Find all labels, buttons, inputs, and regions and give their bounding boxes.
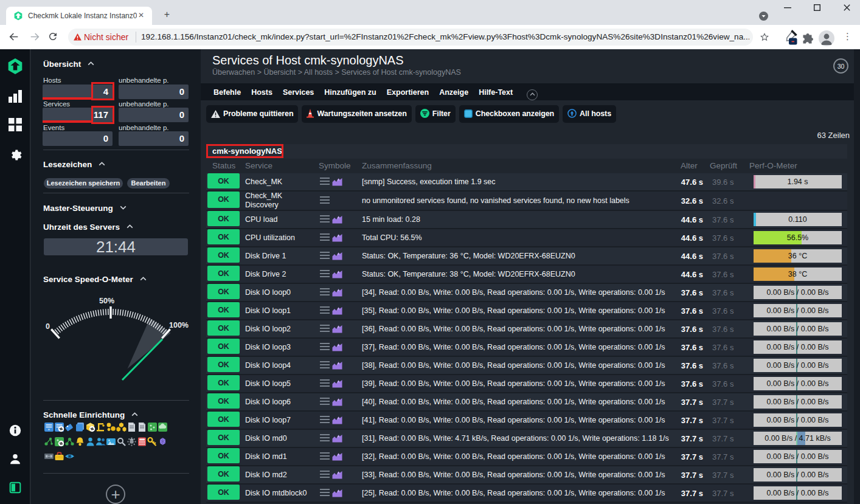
svg-text:0: 0 [46,322,50,331]
svg-text:50%: 50% [99,297,114,305]
svg-text:100%: 100% [169,321,189,330]
